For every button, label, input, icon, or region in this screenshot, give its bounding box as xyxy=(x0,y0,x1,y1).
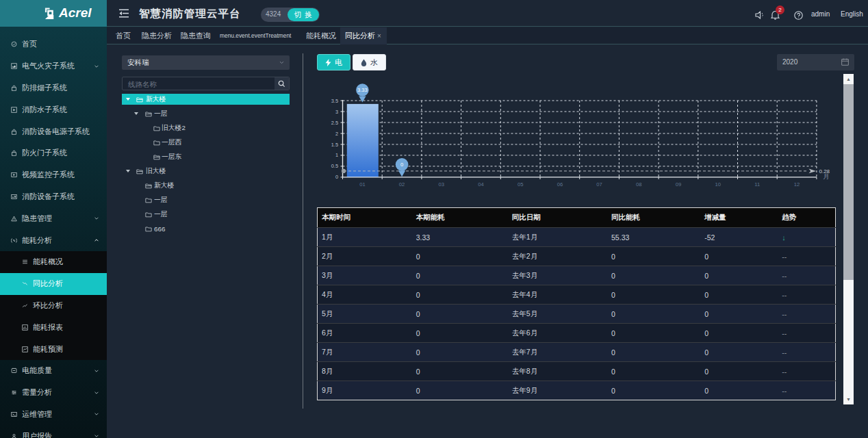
svg-text:06: 06 xyxy=(557,181,563,188)
svg-text:09: 09 xyxy=(676,181,681,188)
svg-text:05: 05 xyxy=(518,181,523,188)
svg-text:0.5: 0.5 xyxy=(331,163,338,169)
svg-text:08: 08 xyxy=(636,181,641,188)
svg-text:3.5: 3.5 xyxy=(331,98,338,104)
svg-text:2: 2 xyxy=(335,131,338,137)
svg-text:0.28: 0.28 xyxy=(819,168,830,175)
svg-text:3: 3 xyxy=(335,109,338,115)
svg-text:1.5: 1.5 xyxy=(331,142,338,148)
svg-text:1: 1 xyxy=(335,152,338,158)
svg-text:12: 12 xyxy=(794,181,800,188)
svg-text:0: 0 xyxy=(400,162,403,168)
svg-text:03: 03 xyxy=(439,181,444,188)
svg-text:01: 01 xyxy=(359,181,365,188)
svg-text:3.33: 3.33 xyxy=(357,87,368,93)
svg-text:2.5: 2.5 xyxy=(331,120,338,126)
svg-text:02: 02 xyxy=(399,181,405,188)
svg-text:0: 0 xyxy=(335,174,338,180)
svg-text:10: 10 xyxy=(715,181,720,188)
svg-text:04: 04 xyxy=(478,181,483,188)
svg-text:11: 11 xyxy=(754,181,760,188)
svg-text:07: 07 xyxy=(596,181,602,188)
